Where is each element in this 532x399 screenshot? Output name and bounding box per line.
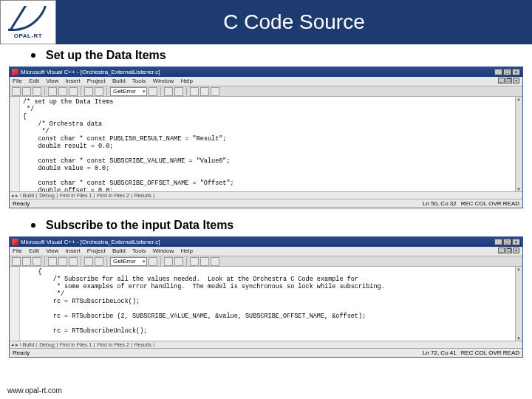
ide2-toolbar: GetError bbox=[10, 256, 522, 267]
menu-build[interactable]: Build bbox=[112, 248, 126, 254]
tb-redo-icon[interactable] bbox=[95, 257, 103, 266]
tb-find-icon[interactable] bbox=[149, 257, 157, 266]
maximize-icon[interactable]: □ bbox=[503, 69, 511, 75]
menu-tools[interactable]: Tools bbox=[132, 248, 146, 254]
tb-step-icon[interactable] bbox=[190, 87, 199, 96]
maximize-icon[interactable]: □ bbox=[503, 239, 511, 245]
gutter bbox=[10, 97, 20, 191]
logo-label: OPAL-RT bbox=[14, 33, 42, 39]
menu-edit[interactable]: Edit bbox=[29, 78, 39, 84]
menu-file[interactable]: File bbox=[13, 78, 22, 84]
tb-step-icon[interactable] bbox=[211, 257, 219, 266]
minimize-icon[interactable]: _ bbox=[494, 69, 502, 75]
tb-step-icon[interactable] bbox=[200, 257, 209, 266]
tb-separator bbox=[160, 87, 161, 96]
tb-copy-icon[interactable] bbox=[58, 257, 67, 266]
ide2-window-buttons: _ □ × bbox=[494, 239, 520, 245]
vertical-scrollbar[interactable] bbox=[515, 97, 522, 191]
ide1-title-text: Microsoft Visual C++ - [Orchestra_Extern… bbox=[21, 69, 160, 75]
tb-step-icon[interactable] bbox=[211, 87, 219, 96]
page-title: C Code Source bbox=[223, 10, 364, 34]
menu-help[interactable]: Help bbox=[180, 78, 192, 84]
tb-new-icon[interactable] bbox=[12, 257, 21, 266]
tb-separator bbox=[186, 257, 187, 266]
tb-cut-icon[interactable] bbox=[48, 87, 57, 96]
bullet-dot-icon bbox=[31, 223, 35, 228]
ide2-titlebar: Microsoft Visual C++ - [Orchestra_Extern… bbox=[10, 237, 522, 247]
tb-find-icon[interactable] bbox=[149, 87, 157, 96]
menu-project[interactable]: Project bbox=[87, 78, 106, 84]
gutter bbox=[10, 267, 20, 341]
tb-step-icon[interactable] bbox=[200, 87, 209, 96]
menu-insert[interactable]: Insert bbox=[66, 248, 81, 254]
minimize-icon[interactable]: _ bbox=[494, 239, 502, 245]
slide-header: OPAL-RT C Code Source bbox=[0, 0, 532, 44]
ide1-bottom-tabs[interactable]: ◂ ▸ \ Build ⟨ Debug ⟩ Find in Files 1 ⟩ … bbox=[10, 191, 522, 199]
vc-app-icon bbox=[12, 69, 18, 75]
ide2-editor: { /* Subscribe for all the values needed… bbox=[10, 267, 522, 341]
status-caps: REC COL OVR READ bbox=[461, 200, 519, 207]
ide2-title-text: Microsoft Visual C++ - [Orchestra_Extern… bbox=[21, 239, 160, 245]
bullet-dot-icon bbox=[31, 53, 35, 58]
close-icon[interactable]: × bbox=[512, 69, 520, 75]
tb-cut-icon[interactable] bbox=[48, 257, 57, 266]
menu-view[interactable]: View bbox=[46, 248, 58, 254]
menu-file[interactable]: File bbox=[13, 248, 22, 254]
tb-undo-icon[interactable] bbox=[84, 257, 93, 266]
vc-app-icon bbox=[12, 239, 18, 245]
ide1-editor: /* set up the Data Items */ { /* Orchest… bbox=[10, 97, 522, 191]
tb-open-icon[interactable] bbox=[22, 87, 31, 96]
tb-step-icon[interactable] bbox=[190, 257, 199, 266]
status-pos: Ln 72, Co 41 bbox=[423, 349, 457, 356]
close-icon[interactable]: × bbox=[512, 239, 520, 245]
tb-copy-icon[interactable] bbox=[58, 87, 67, 96]
menu-edit[interactable]: Edit bbox=[29, 248, 39, 254]
tb-redo-icon[interactable] bbox=[95, 87, 103, 96]
menu-view[interactable]: View bbox=[46, 78, 58, 84]
menu-window[interactable]: Window bbox=[153, 78, 174, 84]
tb-save-icon[interactable] bbox=[33, 87, 41, 96]
menu-window[interactable]: Window bbox=[153, 248, 174, 254]
menu-insert[interactable]: Insert bbox=[66, 78, 81, 84]
footer-url: www.opal-rt.com bbox=[7, 386, 62, 395]
menu-help[interactable]: Help bbox=[180, 248, 192, 254]
tb-separator bbox=[44, 87, 45, 96]
tb-stop-icon[interactable] bbox=[174, 87, 183, 96]
vertical-scrollbar[interactable] bbox=[515, 267, 522, 341]
mdi-minimize-icon[interactable]: _ bbox=[498, 248, 505, 253]
tb-save-icon[interactable] bbox=[33, 257, 41, 266]
mdi-close-icon[interactable]: × bbox=[513, 78, 519, 83]
tb-paste-icon[interactable] bbox=[69, 87, 78, 96]
ide1-statusbar: Ready Ln 50, Co 32 REC COL OVR READ bbox=[10, 199, 522, 208]
ide2-code[interactable]: { /* Subscribe for all the values needed… bbox=[20, 267, 515, 341]
tb-open-icon[interactable] bbox=[22, 257, 31, 266]
tb-build-icon[interactable] bbox=[164, 257, 173, 266]
title-bar: C Code Source bbox=[56, 0, 532, 44]
tb-separator bbox=[81, 257, 81, 266]
bullet-1-text: Set up the Data Items bbox=[46, 49, 166, 62]
ide1-code[interactable]: /* set up the Data Items */ { /* Orchest… bbox=[20, 97, 515, 191]
menu-tools[interactable]: Tools bbox=[132, 78, 146, 84]
mdi-minimize-icon[interactable]: _ bbox=[498, 78, 505, 83]
ide1-menubar: File Edit View Insert Project Build Tool… bbox=[10, 77, 522, 86]
ide1-window-buttons: _ □ × bbox=[494, 69, 520, 75]
ide-screenshot-1: Microsoft Visual C++ - [Orchestra_Extern… bbox=[9, 66, 523, 208]
menu-project[interactable]: Project bbox=[87, 248, 106, 254]
tb-stop-icon[interactable] bbox=[174, 257, 183, 266]
mdi-close-icon[interactable]: × bbox=[513, 248, 519, 253]
ide2-bottom-tabs[interactable]: ◂ ▸ \ Build ⟨ Debug ⟩ Find in Files 1 ⟩ … bbox=[10, 341, 522, 348]
tb-find-combo[interactable]: GetError bbox=[110, 257, 147, 266]
tb-separator bbox=[186, 87, 187, 96]
mdi-restore-icon[interactable]: ❐ bbox=[505, 248, 512, 253]
tb-undo-icon[interactable] bbox=[84, 87, 93, 96]
tb-paste-icon[interactable] bbox=[69, 257, 78, 266]
tb-find-combo[interactable]: GetError bbox=[110, 87, 147, 96]
tb-new-icon[interactable] bbox=[12, 87, 21, 96]
ide2-menubar: File Edit View Insert Project Build Tool… bbox=[10, 247, 522, 256]
tb-build-icon[interactable] bbox=[164, 87, 173, 96]
menu-build[interactable]: Build bbox=[112, 78, 126, 84]
mdi-restore-icon[interactable]: ❐ bbox=[505, 78, 512, 83]
opal-rt-logo: OPAL-RT bbox=[0, 0, 56, 44]
status-ready: Ready bbox=[13, 200, 30, 207]
ide1-toolbar: GetError bbox=[10, 86, 522, 97]
